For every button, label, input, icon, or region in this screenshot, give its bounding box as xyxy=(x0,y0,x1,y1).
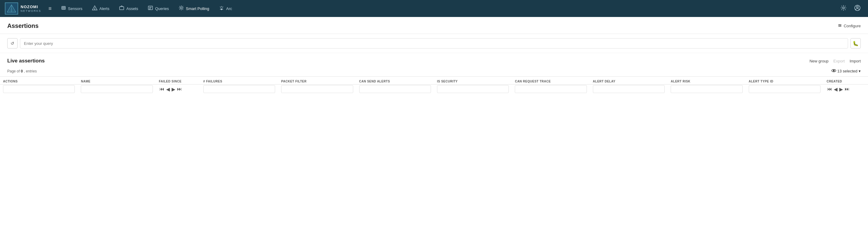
page-of-label: Page of xyxy=(7,69,20,73)
filter-can-request-trace-input[interactable] xyxy=(515,85,587,93)
configure-button[interactable]: Configure xyxy=(838,23,861,28)
nav-sensors-label: Sensors xyxy=(68,6,83,11)
col-header-name: NAME xyxy=(78,77,156,84)
svg-point-9 xyxy=(95,9,95,9)
svg-line-20 xyxy=(180,6,180,7)
col-header-can-request-trace: CAN REQUEST TRACE xyxy=(512,77,590,84)
section-header: Live assertions New group Export Import xyxy=(0,53,868,67)
filter-name-input[interactable] xyxy=(81,85,153,93)
col-header-failures: # FAILURES xyxy=(200,77,278,84)
failed-since-next-page[interactable]: ▶ xyxy=(171,86,176,92)
assertions-table: ACTIONS NAME FAILED SINCE # FAILURES PAC… xyxy=(0,77,868,96)
col-header-alert-type-id: ALERT TYPE ID xyxy=(746,77,824,84)
logo-subname: NETWORKS xyxy=(21,9,41,12)
filter-is-security-input[interactable] xyxy=(437,85,509,93)
filter-alert-delay-input[interactable] xyxy=(593,85,664,93)
created-next-page[interactable]: ▶ xyxy=(839,86,843,92)
filter-alert-type-id-input[interactable] xyxy=(749,85,820,93)
svg-line-23 xyxy=(180,9,180,10)
col-header-packet-filter: PACKET FILTER xyxy=(278,77,356,84)
navbar: NOZOMI NETWORKS ≡ Sensors Alerts xyxy=(0,0,868,17)
col-header-is-security: IS SECURITY xyxy=(434,77,512,84)
col-header-can-send-alerts: CAN SEND ALERTS xyxy=(356,77,434,84)
entries-label: , entries xyxy=(24,69,37,73)
filter-failed-since: ⏮ ◀ ▶ ⏭ xyxy=(156,84,200,96)
settings-button[interactable] xyxy=(838,2,849,15)
created-first-page[interactable]: ⏮ xyxy=(827,86,833,92)
filter-alert-type-id xyxy=(746,84,824,96)
profile-button[interactable] xyxy=(851,2,863,15)
search-input[interactable] xyxy=(20,38,848,49)
logo[interactable]: NOZOMI NETWORKS xyxy=(5,2,41,15)
nav-alerts[interactable]: Alerts xyxy=(88,3,114,14)
svg-point-28 xyxy=(843,7,844,9)
filter-alert-risk xyxy=(668,84,745,96)
table-header-row: ACTIONS NAME FAILED SINCE # FAILURES PAC… xyxy=(0,77,868,84)
svg-point-30 xyxy=(857,6,858,8)
main-content: Assertions Configure ↺ 🐛 xyxy=(0,17,868,234)
filter-packet-filter-input[interactable] xyxy=(281,85,353,93)
configure-icon xyxy=(838,23,842,28)
alerts-icon xyxy=(92,5,97,12)
failed-since-last-page[interactable]: ⏭ xyxy=(177,86,183,92)
col-header-alert-delay: ALERT DELAY xyxy=(590,77,668,84)
table-filter-row: ⏮ ◀ ▶ ⏭ xyxy=(0,84,868,96)
failed-since-first-page[interactable]: ⏮ xyxy=(159,86,165,92)
svg-rect-10 xyxy=(120,7,124,10)
logo-name: NOZOMI xyxy=(21,4,41,9)
reset-icon: ↺ xyxy=(10,41,14,46)
filter-failures xyxy=(200,84,278,96)
svg-line-27 xyxy=(222,7,223,7)
queries-icon xyxy=(148,5,153,12)
section-actions: New group Export Import xyxy=(810,59,861,63)
nav-queries-label: Queries xyxy=(155,6,169,11)
filter-failures-input[interactable] xyxy=(204,85,275,93)
configure-label: Configure xyxy=(844,24,861,28)
created-pagination: ⏮ ◀ ▶ ⏭ xyxy=(827,86,865,92)
filter-actions-input[interactable] xyxy=(3,85,75,93)
filter-alert-risk-input[interactable] xyxy=(671,85,742,93)
filter-can-request-trace xyxy=(512,84,590,96)
nav-smart-polling[interactable]: Smart Polling xyxy=(174,3,213,14)
filter-can-send-alerts-input[interactable] xyxy=(359,85,431,93)
eye-icon xyxy=(831,68,836,74)
nav-assets-label: Assets xyxy=(126,6,138,11)
created-last-page[interactable]: ⏭ xyxy=(844,86,850,92)
page-header: Assertions Configure xyxy=(0,17,868,34)
search-reset-button[interactable]: ↺ xyxy=(7,38,18,49)
sensors-icon xyxy=(61,5,66,12)
debug-button[interactable]: 🐛 xyxy=(850,38,861,49)
nav-arc-label: Arc xyxy=(226,6,232,11)
table-container: ACTIONS NAME FAILED SINCE # FAILURES PAC… xyxy=(0,76,868,96)
svg-point-38 xyxy=(833,70,834,71)
col-header-alert-risk: ALERT RISK xyxy=(668,77,745,84)
nav-alerts-label: Alerts xyxy=(99,6,109,11)
search-bar: ↺ 🐛 xyxy=(0,34,868,53)
nav-right-actions xyxy=(838,2,863,15)
assets-icon xyxy=(119,5,124,12)
nav-queries[interactable]: Queries xyxy=(144,3,173,14)
created-prev-page[interactable]: ◀ xyxy=(833,86,838,92)
failed-since-pagination: ⏮ ◀ ▶ ⏭ xyxy=(159,86,197,92)
nav-arc[interactable]: Arc xyxy=(215,3,236,14)
smart-polling-icon xyxy=(179,5,184,12)
pagination-info: Page of 0 , entries 13 selected ▾ xyxy=(0,67,868,76)
import-button[interactable]: Import xyxy=(849,59,861,63)
filter-can-send-alerts xyxy=(356,84,434,96)
hamburger-menu-button[interactable]: ≡ xyxy=(45,3,55,14)
export-button[interactable]: Export xyxy=(834,59,845,63)
col-header-failed-since: FAILED SINCE xyxy=(156,77,200,84)
svg-point-24 xyxy=(221,9,222,10)
filter-alert-delay xyxy=(590,84,668,96)
failed-since-prev-page[interactable]: ◀ xyxy=(165,86,170,92)
filter-created: ⏮ ◀ ▶ ⏭ xyxy=(824,84,868,96)
svg-line-21 xyxy=(183,9,183,10)
selected-count: 13 selected xyxy=(837,69,858,73)
filter-packet-filter xyxy=(278,84,356,96)
col-header-created: CREATED xyxy=(824,77,868,84)
nav-sensors[interactable]: Sensors xyxy=(57,3,87,14)
nav-assets[interactable]: Assets xyxy=(115,3,142,14)
nav-smart-polling-label: Smart Polling xyxy=(186,6,209,11)
selected-info[interactable]: 13 selected ▾ xyxy=(831,68,861,74)
new-group-button[interactable]: New group xyxy=(810,59,829,63)
